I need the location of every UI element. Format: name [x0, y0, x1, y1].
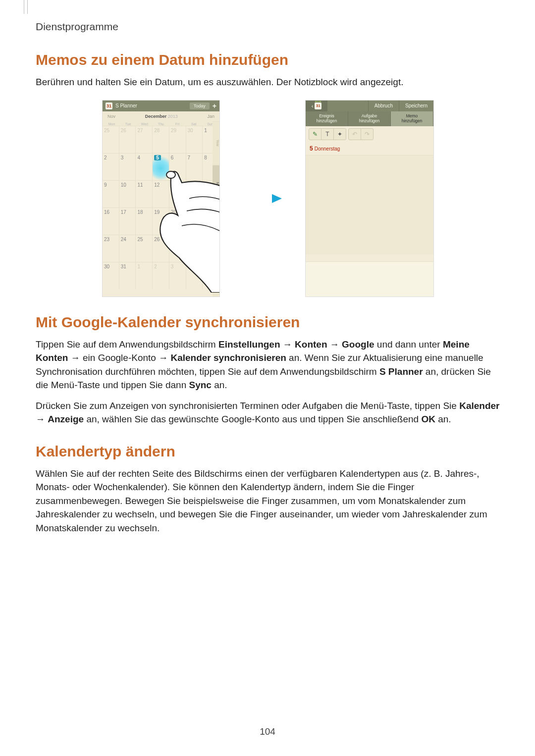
- calendar-day-cell[interactable]: 7: [186, 153, 203, 180]
- memo-tab[interactable]: Ereignishinzufügen: [306, 111, 348, 126]
- t: S Planner: [379, 366, 423, 377]
- calendar-day-cell[interactable]: 3: [169, 262, 186, 289]
- t: →: [330, 339, 342, 350]
- memo-cancel-button[interactable]: Abbruch: [368, 101, 399, 111]
- calendar-day-cell[interactable]: 6: [169, 153, 186, 180]
- calendar-day-cell[interactable]: 3: [119, 153, 136, 180]
- t: an.: [438, 414, 451, 424]
- t: Drücken Sie zum Anzeigen von synchronisi…: [36, 401, 459, 411]
- calendar-next-month[interactable]: Jan: [207, 114, 214, 119]
- calendar-dow-cell: Sat: [186, 122, 202, 126]
- eraser-tool-icon[interactable]: ✦: [334, 129, 346, 140]
- calendar-day-cell[interactable]: [186, 181, 203, 207]
- calendar-day-cell[interactable]: 10: [119, 181, 136, 207]
- calendar-day-cell[interactable]: 12: [153, 181, 169, 207]
- t: an, wählen Sie das gewünschte Google-Kon…: [86, 414, 421, 424]
- t: Konten: [295, 339, 327, 350]
- t: und dann unter: [377, 339, 443, 350]
- calendar-day-cell[interactable]: 5: [153, 153, 169, 180]
- calendar-day-cell[interactable]: 28: [186, 235, 203, 262]
- calendar-day-cell[interactable]: 27: [136, 126, 153, 153]
- calendar-day-cell[interactable]: 23: [103, 235, 119, 262]
- t: Kalender synchronisieren: [170, 353, 286, 363]
- pen-tool-icon[interactable]: ✎: [309, 129, 321, 140]
- memo-tab[interactable]: Aufgabehinzufügen: [348, 111, 391, 126]
- t: OK: [421, 414, 435, 424]
- section-1-p1: Berühren und halten Sie ein Datum, um es…: [36, 75, 500, 89]
- calendar-day-cell[interactable]: 16: [103, 208, 119, 235]
- t: Kalender: [459, 401, 499, 411]
- section-2-p2: Drücken Sie zum Anzeigen von synchronisi…: [36, 399, 500, 426]
- calendar-topbar: 31 S Planner Today +: [103, 101, 219, 111]
- calendar-day-cell[interactable]: 17: [119, 208, 136, 235]
- calendar-prev-month[interactable]: Nov: [107, 114, 115, 119]
- figure-row: 31 S Planner Today + Nov December 2013 J…: [36, 100, 500, 297]
- t: →: [36, 414, 48, 424]
- calendar-day-cell[interactable]: 2: [153, 262, 169, 289]
- calendar-day-cell[interactable]: 11: [136, 181, 153, 207]
- memo-date-num: 5: [310, 145, 313, 152]
- calendar-weeks: 2526272829301234567891011121617181920232…: [103, 126, 219, 289]
- memo-body-area[interactable]: [306, 155, 433, 254]
- memo-screenshot: ‹ 31 Abbruch Speichern Ereignishinzufüge…: [305, 100, 434, 297]
- chevron-left-icon: ‹: [312, 103, 314, 109]
- calendar-day-cell[interactable]: 20: [169, 208, 186, 235]
- t: →: [283, 339, 295, 350]
- redo-icon[interactable]: ↷: [361, 129, 373, 140]
- calendar-today-button[interactable]: Today: [190, 102, 210, 109]
- calendar-view-tab[interactable]: Task: [213, 252, 219, 297]
- calendar-day-cell[interactable]: 26: [119, 126, 136, 153]
- calendar-view-tab[interactable]: Year: [213, 121, 219, 165]
- calendar-day-cell[interactable]: 27: [169, 235, 186, 262]
- calendar-day-cell[interactable]: 1: [136, 262, 153, 289]
- calendar-add-button[interactable]: +: [213, 102, 216, 110]
- calendar-day-cell[interactable]: 28: [153, 126, 169, 153]
- calendar-week-row: 303112345: [103, 262, 219, 289]
- t: Einstellungen: [218, 339, 280, 350]
- calendar-app-name: S Planner: [115, 103, 137, 108]
- memo-save-button[interactable]: Speichern: [399, 101, 433, 111]
- calendar-view-tabs: YearMonthTask: [213, 121, 219, 297]
- calendar-day-cell[interactable]: [169, 181, 186, 207]
- calendar-day-cell[interactable]: 2: [103, 153, 119, 180]
- calendar-view-tab[interactable]: [213, 209, 219, 253]
- section-3-title: Kalendertyp ändern: [36, 443, 500, 460]
- calendar-day-cell[interactable]: 18: [136, 208, 153, 235]
- section-2-p1: Tippen Sie auf dem Anwendungsbildschirm …: [36, 338, 500, 392]
- calendar-day-cell[interactable]: 4: [136, 153, 153, 180]
- calendar-day-cell[interactable]: 31: [119, 262, 136, 289]
- calendar-day-cell[interactable]: 9: [103, 181, 119, 207]
- section-1-title: Memos zu einem Datum hinzufügen: [36, 51, 500, 68]
- t: → ein Google-Konto →: [71, 353, 171, 363]
- calendar-day-cell[interactable]: 30: [186, 126, 203, 153]
- calendar-current-month: December 2013: [145, 114, 178, 119]
- calendar-day-cell[interactable]: [186, 208, 203, 235]
- calendar-day-headers: MonTueWedThuFriSatSun: [103, 121, 219, 126]
- t: Sync: [189, 380, 212, 390]
- chapter-title: Dienstprogramme: [36, 21, 500, 33]
- calendar-day-cell[interactable]: 26: [153, 235, 169, 262]
- calendar-day-cell[interactable]: 25: [136, 235, 153, 262]
- calendar-week-row: 2345678: [103, 153, 219, 180]
- text-tool-icon[interactable]: T: [321, 129, 334, 140]
- memo-tab[interactable]: Memohinzufügen: [391, 111, 433, 126]
- calendar-app-icon: 31: [106, 102, 112, 109]
- calendar-day-cell[interactable]: 4: [186, 262, 203, 289]
- memo-back-button[interactable]: ‹ 31: [306, 101, 327, 111]
- calendar-icon: 31: [315, 102, 321, 109]
- calendar-day-cell[interactable]: 29: [169, 126, 186, 153]
- calendar-day-cell[interactable]: 19: [153, 208, 169, 235]
- calendar-view-tab[interactable]: Month: [213, 165, 219, 209]
- memo-date-day: Donnerstag: [315, 146, 340, 151]
- memo-tool-group-1: ✎ T ✦: [309, 128, 346, 140]
- calendar-day-cell[interactable]: 25: [103, 126, 119, 153]
- memo-tool-group-2: ↶ ↷: [348, 128, 374, 140]
- calendar-day-cell[interactable]: 30: [103, 262, 119, 289]
- section-3-p1: Wählen Sie auf der rechten Seite des Bil…: [36, 467, 500, 535]
- calendar-day-cell[interactable]: 24: [119, 235, 136, 262]
- arrow-icon: [243, 193, 282, 204]
- section-2-title: Mit Google-Kalender synchronisieren: [36, 314, 500, 331]
- page-number: 104: [0, 726, 535, 737]
- undo-icon[interactable]: ↶: [349, 129, 361, 140]
- calendar-month-bar: Nov December 2013 Jan: [103, 111, 219, 121]
